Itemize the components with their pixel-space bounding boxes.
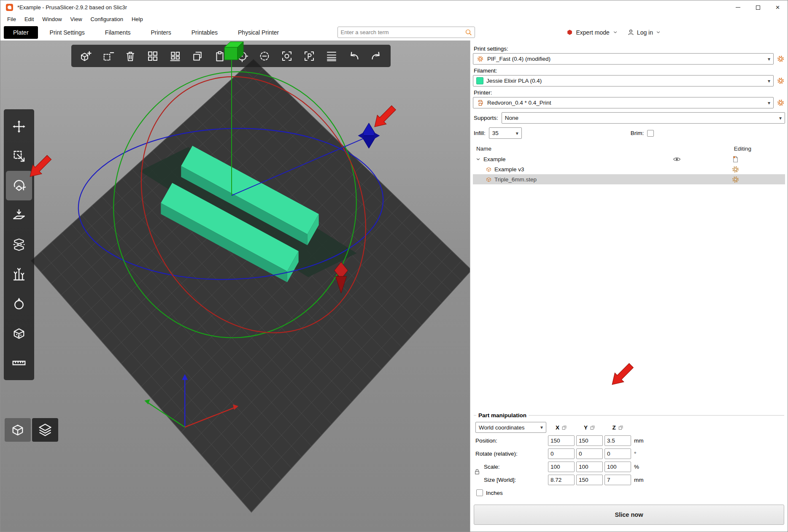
- move-tool-icon[interactable]: [6, 112, 32, 141]
- variable-layer-height-icon[interactable]: [324, 48, 339, 65]
- copy-icon[interactable]: [190, 48, 205, 65]
- print-settings-gear-button[interactable]: [776, 54, 785, 64]
- place-on-face-tool-icon[interactable]: [6, 200, 32, 230]
- rotate-y-input[interactable]: [576, 448, 603, 459]
- inches-label: Inches: [486, 490, 503, 496]
- print-settings-value: PIF_Fast (0.4) (modified): [487, 56, 551, 62]
- view-mode-buttons: [5, 418, 58, 442]
- tab-printers[interactable]: Printers: [151, 26, 171, 39]
- maximize-button[interactable]: [748, 0, 768, 14]
- minimize-button[interactable]: [728, 0, 748, 14]
- inches-checkbox[interactable]: [476, 489, 483, 496]
- seam-painting-tool-icon[interactable]: [6, 289, 32, 319]
- search-icon[interactable]: [465, 29, 472, 36]
- tab-printables[interactable]: Printables: [192, 26, 218, 39]
- size-z-input[interactable]: [604, 475, 631, 485]
- scale-x-input[interactable]: [548, 462, 575, 472]
- object-settings-doc-icon[interactable]: [731, 155, 739, 163]
- scale-label: Scale:: [475, 464, 546, 470]
- remove-instance-icon[interactable]: [257, 48, 272, 65]
- filament-combo[interactable]: Jessie Elixir PLA (0.4) ▾: [473, 75, 774, 86]
- paste-icon[interactable]: [212, 48, 227, 65]
- eye-icon[interactable]: [673, 155, 681, 163]
- printer-gear-button[interactable]: [776, 98, 785, 108]
- slice-now-button[interactable]: Slice now: [474, 505, 784, 525]
- menu-edit[interactable]: Edit: [20, 15, 38, 23]
- chevron-down-icon: ▾: [516, 130, 518, 136]
- expander-caret-icon[interactable]: [475, 157, 481, 162]
- login-button[interactable]: Log in: [627, 29, 661, 36]
- brim-checkbox[interactable]: [647, 130, 654, 137]
- add-instance-icon[interactable]: [235, 48, 250, 65]
- print-settings-preset-icon: [476, 55, 484, 63]
- tab-filaments[interactable]: Filaments: [105, 26, 131, 39]
- expert-mode-label: Expert mode: [576, 29, 609, 36]
- menu-help[interactable]: Help: [127, 15, 147, 23]
- search-box[interactable]: [337, 27, 475, 38]
- size-x-input[interactable]: [548, 475, 575, 485]
- split-to-objects-icon[interactable]: [279, 48, 294, 65]
- search-input[interactable]: [340, 29, 465, 35]
- copy-axis-icon[interactable]: [590, 425, 595, 430]
- supports-combo[interactable]: None ▾: [502, 112, 785, 124]
- menu-view[interactable]: View: [66, 15, 86, 23]
- viewport-3d[interactable]: [0, 41, 470, 532]
- position-x-input[interactable]: [548, 435, 575, 446]
- size-label: Size [World]:: [475, 477, 546, 483]
- position-unit: mm: [633, 437, 650, 444]
- menu-file[interactable]: File: [3, 15, 20, 23]
- rotate-z-input[interactable]: [604, 448, 631, 459]
- menu-window[interactable]: Window: [38, 15, 66, 23]
- coordinates-combo[interactable]: World coordinates ▾: [475, 422, 546, 433]
- tab-print-settings[interactable]: Print Settings: [50, 26, 85, 39]
- copy-axis-icon[interactable]: [618, 425, 623, 430]
- add-object-icon[interactable]: [78, 48, 93, 65]
- object-row-example-v3[interactable]: Example v3: [473, 164, 785, 174]
- tab-physical-printer[interactable]: Physical Printer: [238, 26, 279, 39]
- filament-label: Filament:: [474, 68, 784, 74]
- chevron-down-icon: ▾: [768, 56, 770, 62]
- size-y-input[interactable]: [576, 475, 603, 485]
- tab-plater[interactable]: Plater: [4, 26, 38, 39]
- measure-tool-icon[interactable]: [6, 348, 32, 378]
- arrange-icon[interactable]: [145, 48, 160, 65]
- axis-header-x: X: [548, 424, 575, 431]
- print-settings-combo[interactable]: PIF_Fast (0.4) (modified) ▾: [473, 53, 774, 65]
- paint-supports-tool-icon[interactable]: [6, 259, 32, 289]
- arrange-current-bed-icon[interactable]: [167, 48, 183, 65]
- left-toolbar: [4, 109, 34, 380]
- supports-value: None: [505, 115, 518, 121]
- filament-gear-button[interactable]: [776, 76, 785, 86]
- undo-icon[interactable]: [346, 48, 362, 65]
- redo-icon[interactable]: [369, 48, 384, 65]
- 3d-editor-view-icon[interactable]: [5, 418, 31, 442]
- cut-tool-icon[interactable]: [6, 230, 32, 259]
- rotate-tool-icon[interactable]: [6, 171, 32, 200]
- volume-settings-gear-icon[interactable]: [731, 176, 739, 184]
- object-row-example[interactable]: Example: [473, 154, 785, 164]
- multimaterial-painting-tool-icon[interactable]: [6, 319, 32, 348]
- menu-configuration[interactable]: Configuration: [86, 15, 127, 23]
- rotate-x-input[interactable]: [548, 448, 575, 459]
- size-unit: mm: [633, 477, 650, 483]
- position-y-input[interactable]: [576, 435, 603, 446]
- uniform-scale-lock-icon[interactable]: [474, 468, 480, 475]
- close-button[interactable]: ×: [768, 0, 788, 14]
- position-z-input[interactable]: [604, 435, 631, 446]
- split-to-parts-icon[interactable]: [302, 48, 317, 65]
- copy-axis-icon[interactable]: [561, 425, 567, 430]
- position-label: Position:: [475, 437, 546, 444]
- volume-settings-gear-icon[interactable]: [731, 165, 739, 173]
- printer-icon: [476, 99, 484, 107]
- printer-combo[interactable]: Redvoron_0.4 * 0.4_Print ▾: [473, 97, 774, 108]
- preview-sliced-layers-icon[interactable]: [32, 418, 58, 442]
- object-row-triple-6mm-step[interactable]: Triple_6mm.step: [473, 174, 785, 184]
- delete-all-icon[interactable]: [123, 48, 138, 65]
- scale-tool-icon[interactable]: [6, 141, 32, 171]
- expert-mode-selector[interactable]: Expert mode: [567, 29, 618, 36]
- delete-object-icon[interactable]: [100, 48, 116, 65]
- chevron-down-icon: [656, 30, 661, 35]
- infill-combo[interactable]: 35 ▾: [489, 127, 522, 139]
- scale-z-input[interactable]: [604, 462, 631, 472]
- scale-y-input[interactable]: [576, 462, 603, 472]
